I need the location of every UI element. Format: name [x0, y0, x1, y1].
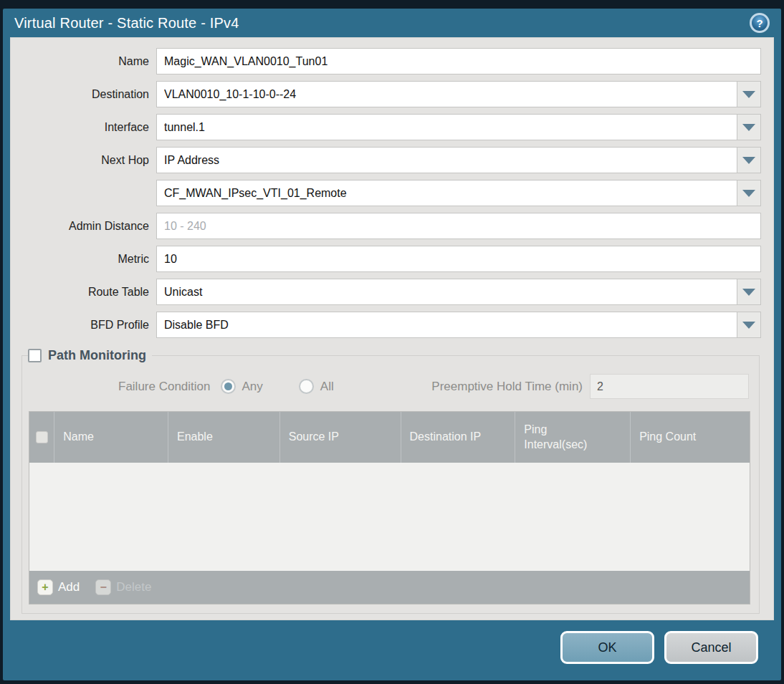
path-monitoring-checkbox[interactable]: [28, 349, 42, 362]
failure-condition-all-label: All: [320, 380, 334, 394]
page-title: Virtual Router - Static Route - IPv4: [14, 15, 239, 32]
column-header: Ping Count: [630, 412, 750, 463]
static-route-dialog: Virtual Router - Static Route - IPv4 ? N…: [3, 9, 781, 680]
route-table-input[interactable]: [156, 279, 737, 305]
chevron-down-icon: [742, 289, 755, 296]
next-hop-label: Next Hop: [20, 154, 156, 167]
bfd-profile-dropdown-button[interactable]: [737, 312, 761, 338]
delete-button: − Delete: [95, 579, 151, 595]
delete-button-label: Delete: [116, 580, 151, 594]
ok-button[interactable]: OK: [560, 631, 654, 664]
titlebar: Virtual Router - Static Route - IPv4 ?: [3, 9, 781, 37]
help-icon[interactable]: ?: [750, 13, 770, 33]
destination-row: Destination: [20, 81, 761, 107]
column-header: Source IP: [279, 412, 401, 463]
add-button-label: Add: [58, 580, 80, 594]
chevron-down-icon: [742, 190, 755, 197]
interface-input[interactable]: [156, 114, 737, 140]
minus-icon: −: [95, 579, 111, 595]
column-header: Ping Interval(sec): [515, 412, 630, 463]
admin-distance-input[interactable]: [156, 213, 761, 239]
path-monitoring-table: NameEnableSource IPDestination IPPing In…: [29, 411, 750, 604]
path-monitoring-title: Path Monitoring: [48, 348, 146, 363]
path-monitoring-legend: Path Monitoring: [28, 348, 152, 363]
preemptive-hold-time-label: Preemptive Hold Time (min): [431, 380, 583, 394]
name-row: Name: [20, 48, 761, 74]
chevron-down-icon: [742, 322, 755, 329]
header-checkbox-cell: [29, 412, 54, 463]
name-label: Name: [20, 55, 156, 68]
select-all-checkbox: [36, 431, 48, 443]
next-hop-type-dropdown-button[interactable]: [737, 147, 761, 173]
bfd-profile-input[interactable]: [156, 312, 737, 338]
plus-icon: +: [37, 579, 53, 595]
dialog-footer: OK Cancel: [560, 631, 758, 664]
chevron-down-icon: [742, 124, 755, 131]
destination-input[interactable]: [156, 81, 737, 107]
name-input[interactable]: [156, 48, 761, 74]
bfd-profile-label: BFD Profile: [20, 319, 156, 332]
route-table-dropdown-button[interactable]: [737, 279, 761, 305]
metric-input[interactable]: [156, 246, 761, 272]
pm-table-toolbar: + Add − Delete: [29, 571, 750, 604]
cancel-button[interactable]: Cancel: [664, 631, 758, 664]
chevron-down-icon: [742, 157, 755, 164]
path-monitoring-section: Path Monitoring Failure Condition Any Al…: [21, 348, 760, 614]
failure-condition-any-radio: [221, 379, 236, 394]
next-hop-address-input[interactable]: [156, 180, 737, 206]
column-header: Enable: [168, 412, 279, 463]
dialog-content: Name Destination Interface Next Hop: [10, 37, 774, 620]
add-button[interactable]: + Add: [37, 579, 80, 595]
next-hop-type-input[interactable]: [156, 147, 737, 173]
chevron-down-icon: [742, 91, 755, 98]
column-header: Name: [54, 412, 168, 463]
failure-condition-any-label: Any: [242, 380, 263, 394]
metric-label: Metric: [20, 253, 156, 266]
interface-dropdown-button[interactable]: [737, 114, 761, 140]
admin-distance-row: Admin Distance: [20, 213, 761, 239]
preemptive-hold-time-input: [590, 374, 749, 399]
route-table-row: Route Table: [20, 279, 761, 305]
failure-condition-row: Failure Condition Any All Preemptive Hol…: [27, 374, 755, 399]
destination-dropdown-button[interactable]: [737, 81, 761, 107]
metric-row: Metric: [20, 246, 761, 272]
failure-condition-label: Failure Condition: [118, 380, 211, 394]
next-hop-address-row: [20, 180, 761, 206]
pm-table-header: NameEnableSource IPDestination IPPing In…: [29, 412, 750, 463]
interface-row: Interface: [20, 114, 761, 140]
destination-label: Destination: [20, 88, 156, 101]
admin-distance-label: Admin Distance: [20, 220, 156, 233]
next-hop-address-dropdown-button[interactable]: [737, 180, 761, 206]
next-hop-row: Next Hop: [20, 147, 761, 173]
interface-label: Interface: [20, 121, 156, 134]
route-table-label: Route Table: [20, 286, 156, 299]
column-header: Destination IP: [401, 412, 515, 463]
bfd-profile-row: BFD Profile: [20, 312, 761, 338]
failure-condition-all-radio: [299, 379, 314, 394]
pm-table-body: [29, 463, 750, 571]
